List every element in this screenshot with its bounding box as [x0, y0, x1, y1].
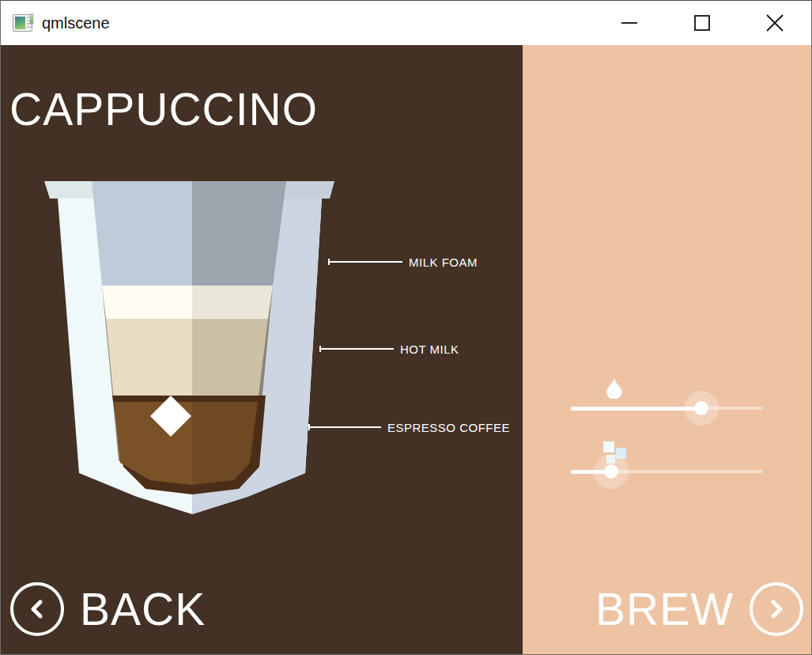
cup-gray-right — [192, 181, 286, 286]
cup-milk-right — [192, 319, 268, 402]
close-icon — [765, 13, 784, 32]
brew-button[interactable]: BREW — [595, 582, 803, 636]
cup-milk-left — [106, 319, 192, 402]
label-line — [330, 261, 402, 263]
qmlscene-app-icon — [13, 13, 34, 32]
customize-panel: BREW — [523, 45, 811, 654]
layer-label-hot-milk: HOT MILK — [319, 343, 459, 355]
layer-label-milk-foam: MILK FOAM — [328, 256, 478, 268]
label-text: MILK FOAM — [409, 256, 478, 269]
window-title: qmlscene — [42, 14, 110, 32]
chevron-left-icon — [27, 597, 47, 621]
title-bar: qmlscene — [1, 1, 811, 45]
cup-foam-left — [102, 286, 192, 319]
main-content: CAPPUCCINO — [1, 45, 811, 654]
cup-rim-left — [44, 181, 96, 199]
cup-rim-right — [283, 181, 334, 199]
brew-circle — [750, 582, 803, 636]
maximize-button[interactable] — [666, 1, 738, 45]
page-title: CAPPUCCINO — [9, 83, 318, 135]
chevron-right-icon — [766, 597, 787, 621]
back-circle — [10, 582, 64, 636]
recipe-panel: CAPPUCCINO — [1, 45, 523, 654]
milk-drop-icon — [605, 377, 623, 399]
cup-gray-left — [92, 181, 192, 286]
cup-foam-right — [192, 286, 273, 319]
back-label: BACK — [80, 583, 206, 635]
minimize-icon — [621, 14, 638, 32]
close-button[interactable] — [738, 1, 811, 45]
label-text: HOT MILK — [400, 343, 459, 356]
slider-handle[interactable] — [604, 464, 618, 479]
brew-label: BREW — [595, 583, 734, 635]
qmlscene-window: qmlscene CAPPUCCINO — [0, 0, 812, 655]
coffee-cup-illustration — [40, 176, 340, 516]
label-line — [321, 348, 394, 350]
back-button[interactable]: BACK — [10, 582, 206, 636]
label-text: ESPRESSO COFFEE — [387, 421, 510, 434]
label-line — [310, 426, 381, 428]
slider-fill — [571, 407, 701, 411]
sugar-cube — [603, 441, 614, 452]
caption-buttons — [593, 1, 811, 45]
layer-label-espresso-coffee: ESPRESSO COFFEE — [308, 421, 510, 434]
minimize-button[interactable] — [593, 1, 666, 45]
maximize-icon — [693, 14, 711, 32]
